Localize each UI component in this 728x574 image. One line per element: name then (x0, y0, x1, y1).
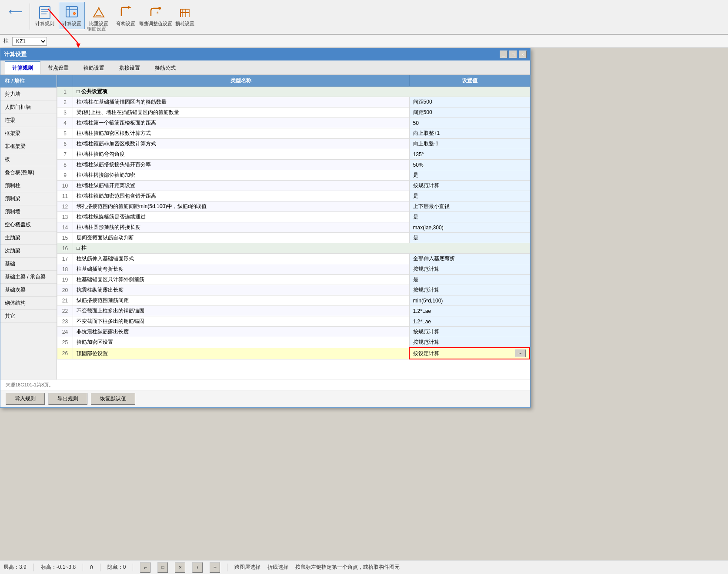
sidebar-item-non-frame-beam[interactable]: 非框架梁 (0, 140, 57, 153)
table-row[interactable]: 17 柱纵筋伸入基础锚固形式 全部伸入基底弯折 (57, 254, 530, 264)
sidebar-item-foundation-main-beam[interactable]: 基础主梁 / 承台梁 (0, 271, 57, 284)
row-value[interactable]: 1.2*Lae (409, 316, 530, 327)
row-value[interactable]: 是 (409, 191, 530, 201)
table-row[interactable]: 8 柱/墙柱纵筋搭接接头错开百分率 50% (57, 160, 530, 170)
sidebar-item-coupling-beam[interactable]: 连梁 (0, 114, 57, 127)
sidebar-item-slab[interactable]: 板 (0, 153, 57, 166)
row-edit-button[interactable]: ⋯ (515, 349, 526, 357)
table-row[interactable]: 16 □ 柱 (57, 243, 530, 254)
row-value[interactable]: 上下层最小直径 (409, 201, 530, 212)
import-rules-button[interactable]: 导入规则 (6, 393, 45, 405)
tab-calc-rules[interactable]: 计算规则 (5, 61, 40, 74)
bend-settings-button[interactable]: 弯构设置 (113, 2, 139, 29)
tab-splice-settings[interactable]: 搭接设置 (112, 62, 147, 74)
tab-stirrup-formula[interactable]: 箍筋公式 (147, 62, 183, 74)
dialog-close-button[interactable]: × (519, 50, 527, 58)
bottom-tool-3[interactable]: × (175, 562, 185, 573)
table-row[interactable]: 24 非抗震柱纵筋露出长度 按规范计算 (57, 327, 530, 337)
table-row[interactable]: 25 箍筋加密区设置 按规范计算 (57, 337, 530, 348)
sidebar-item-precast-wall[interactable]: 预制墙 (0, 205, 57, 218)
row-value[interactable]: 50% (409, 160, 530, 170)
table-row[interactable]: 1 □ 公共设置项 (57, 87, 530, 97)
row-value[interactable]: 135° (409, 149, 530, 160)
row-value[interactable]: max(lae,300) (409, 222, 530, 233)
table-row[interactable]: 23 不变截面下柱多出的钢筋锚固 1.2*Lae (57, 316, 530, 327)
bottom-tool-2[interactable]: □ (157, 562, 168, 573)
table-row[interactable]: 20 抗震柱纵筋露出长度 按规范计算 (57, 285, 530, 295)
table-row[interactable]: 11 柱/墙柱箍筋加密范围包含错开距离 是 (57, 191, 530, 201)
sidebar-item-others[interactable]: 其它 (0, 310, 57, 323)
table-row[interactable]: 19 柱基础锚固区只计算外侧箍筋 是 (57, 275, 530, 285)
row-value[interactable]: 向上取整-1 (409, 139, 530, 149)
row-value[interactable]: 间距500 (409, 107, 530, 118)
table-row[interactable]: 14 柱/墙柱圆形箍筋的搭接长度 max(lae,300) (57, 222, 530, 233)
sidebar-item-column-wall[interactable]: 柱 / 墙柱 (0, 75, 57, 88)
sidebar-item-shear-wall[interactable]: 剪力墙 (0, 88, 57, 101)
sidebar-item-frame-beam[interactable]: 框架梁 (0, 127, 57, 140)
row-value[interactable]: 是 (409, 212, 530, 222)
table-row[interactable]: 4 柱/墙柱第一个箍筋距楼板面的距离 50 (57, 118, 530, 128)
table-row[interactable]: 18 柱基础插筋弯折长度 按规范计算 (57, 264, 530, 275)
row-value[interactable]: min(5*d,100) (409, 295, 530, 306)
row-value[interactable]: 全部伸入基底弯折 (409, 254, 530, 264)
sidebar-item-secondary-rib[interactable]: 次肋梁 (0, 245, 57, 258)
row-value[interactable]: 50 (409, 118, 530, 128)
table-row[interactable]: 15 层间变截面纵筋自动判断 是 (57, 233, 530, 243)
sidebar-item-precast-column[interactable]: 预制柱 (0, 179, 57, 192)
row-value[interactable]: 按规范计算 (409, 327, 530, 337)
back-button[interactable]: ⟵ (3, 2, 28, 23)
table-row[interactable]: 9 柱/墙柱搭接部位箍筋加密 是 (57, 170, 530, 181)
sidebar-item-civil-defense[interactable]: 人防门框墙 (0, 101, 57, 114)
table-row[interactable]: 21 纵筋搭接范围箍筋间距 min(5*d,100) (57, 295, 530, 306)
click-hint: 按鼠标左键指定第一个角点，或拾取构件图元 (295, 564, 400, 571)
table-row[interactable]: 3 梁(板)上柱、墙柱在插筋锚固区内的箍筋数量 间距500 (57, 107, 530, 118)
polyline-select[interactable]: 折线选择 (267, 564, 288, 571)
sidebar-item-composite-slab[interactable]: 叠合板(整厚) (0, 166, 57, 179)
bottom-tool-1[interactable]: ⌐ (140, 562, 150, 573)
sub-toolbar: 柱 KZ1 (0, 35, 728, 48)
sidebar-item-foundation[interactable]: 基础 (0, 258, 57, 271)
row-value[interactable]: 按规范计算 (409, 181, 530, 191)
restore-defaults-button[interactable]: 恢复默认值 (91, 393, 135, 405)
tab-node-settings[interactable]: 节点设置 (40, 62, 76, 74)
row-value[interactable]: 是 (409, 233, 530, 243)
bottom-tool-4[interactable]: / (192, 562, 203, 573)
calc-settings-button[interactable]: + 计算设置 (59, 2, 85, 29)
cross-layer-select[interactable]: 跨图层选择 (234, 564, 260, 571)
tab-stirrup-settings[interactable]: 箍筋设置 (76, 62, 112, 74)
table-row[interactable]: 7 柱/墙柱箍筋弯勾角度 135° (57, 149, 530, 160)
row-num: 5 (57, 128, 73, 139)
calc-rules-label: 计算规则 (35, 20, 54, 27)
column-select[interactable]: KZ1 (12, 37, 47, 46)
loss-settings-button[interactable]: 损耗设置 (172, 2, 198, 29)
row-value[interactable]: 1.2*Lae (409, 306, 530, 316)
dialog-minimize-button[interactable]: _ (500, 50, 508, 58)
table-row[interactable]: 12 绑扎搭接范围内的箍筋间距min(5d,100)中，纵筋d的取值 上下层最小… (57, 201, 530, 212)
sidebar-item-hollow-slab[interactable]: 空心楼盖板 (0, 218, 57, 232)
table-row[interactable]: 10 柱/墙柱纵筋错开距离设置 按规范计算 (57, 181, 530, 191)
table-row[interactable]: 13 柱/墙柱螺旋箍筋是否连续通过 是 (57, 212, 530, 222)
sidebar-item-masonry[interactable]: 砌体结构 (0, 297, 57, 310)
table-row[interactable]: 2 柱/墙柱在基础插筋锚固区内的箍筋数量 间距500 (57, 97, 530, 107)
row-value[interactable]: 是 (409, 170, 530, 181)
table-row[interactable]: 22 不变截面上柱多出的钢筋锚固 1.2*Lae (57, 306, 530, 316)
calc-rules-button[interactable]: 计算规则 (32, 2, 58, 29)
row-value[interactable]: 按规范计算 (409, 337, 530, 348)
row-value[interactable]: 间距500 (409, 97, 530, 107)
bottom-tool-5[interactable]: + (210, 562, 220, 573)
sidebar-item-foundation-secondary-beam[interactable]: 基础次梁 (0, 284, 57, 297)
row-value[interactable]: 是 (409, 275, 530, 285)
sidebar-item-precast-beam[interactable]: 预制梁 (0, 192, 57, 205)
row-value[interactable]: 按规范计算 (409, 285, 530, 295)
row-value[interactable]: 按规范计算 (409, 264, 530, 275)
table-row[interactable]: 26 顶固部位设置 按设定计算 ⋯ (57, 348, 530, 359)
row-value-selected[interactable]: 按设定计算 ⋯ (409, 348, 530, 359)
table-row[interactable]: 5 柱/墙柱箍筋加密区根数计算方式 向上取整+1 (57, 128, 530, 139)
bend-adjust-button[interactable]: ± 弯曲调整值设置 (140, 2, 171, 29)
row-value[interactable]: 向上取整+1 (409, 128, 530, 139)
ratio-settings-button[interactable]: 比重设置 (86, 2, 112, 29)
export-rules-button[interactable]: 导出规则 (48, 393, 87, 405)
table-row[interactable]: 6 柱/墙柱箍筋非加密区根数计算方式 向上取整-1 (57, 139, 530, 149)
dialog-maximize-button[interactable]: □ (509, 50, 517, 58)
sidebar-item-main-rib[interactable]: 主肋梁 (0, 232, 57, 245)
